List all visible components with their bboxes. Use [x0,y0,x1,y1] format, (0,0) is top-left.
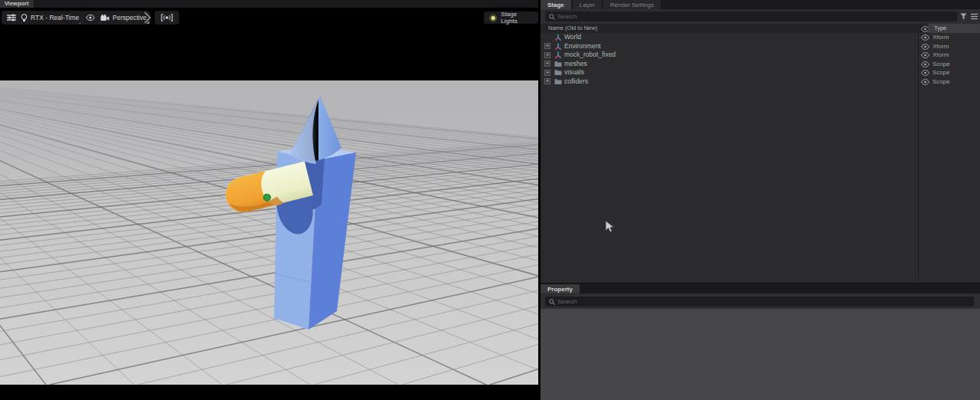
stage-tree: Name (Old to New) Type World [541,24,980,283]
app-window: Viewport [0,0,980,400]
stage-tab-bar: Stage Layer Render Settings [541,0,980,9]
prim-type: Scope [933,60,950,69]
tab-stage[interactable]: Stage [541,0,571,9]
camera-dropdown[interactable]: Perspective [96,11,150,25]
viewport-tab-bar: Viewport [0,0,538,8]
stage-search-row [541,9,980,24]
lightbulb-icon [21,14,28,22]
viewport-panel: Viewport [0,0,538,400]
search-icon [549,299,555,305]
tree-row-visuals[interactable]: + visuals Scope [541,68,980,77]
sliders-icon [7,14,16,21]
name-column-header[interactable]: Name (Old to New) [548,24,597,33]
expand-toggle[interactable]: + [544,52,550,58]
prim-type: Scope [933,77,950,87]
visibility-eye-icon[interactable] [921,70,929,77]
viewport-canvas[interactable] [0,80,538,385]
prim-name[interactable]: World [564,33,581,42]
tab-viewport[interactable]: Viewport [0,0,34,8]
prim-type: Scope [933,68,950,77]
prim-name[interactable]: meshes [564,60,587,69]
search-icon [549,14,555,20]
capture-icon [161,14,173,21]
viewport-toolbar: RTX - Real-Time Perspective [0,11,538,25]
prim-type: Xform [933,51,949,60]
property-tab-bar: Property [541,284,980,293]
toolbar-expand-chevron[interactable] [143,11,152,27]
expand-toggle[interactable]: + [544,43,550,49]
tree-rows: World Xform + Environment Xform [541,33,980,86]
eye-icon [86,15,95,21]
expand-toggle[interactable]: + [544,61,550,67]
expand-toggle[interactable]: + [544,70,550,76]
stage-lights-button[interactable]: Stage Lights [484,11,538,24]
options-menu-icon[interactable] [971,13,978,20]
visibility-eye-icon[interactable] [921,79,929,87]
mouse-cursor [605,220,616,234]
tab-layer[interactable]: Layer [573,0,602,9]
folder-icon [554,61,562,69]
renderer-dropdown[interactable]: RTX - Real-Time [17,11,83,25]
property-search-input[interactable] [545,297,974,307]
visibility-eye-icon[interactable] [921,44,929,51]
tree-row-mock-robot-fixed[interactable]: + mock_robot_fixed Xform [541,51,980,60]
renderer-label: RTX - Real-Time [31,14,79,21]
tab-render-settings[interactable]: Render Settings [603,0,661,9]
prim-name[interactable]: colliders [564,77,588,87]
property-content-empty [541,309,980,400]
stage-lights-label: Stage Lights [501,11,533,25]
type-column-header[interactable]: Type [928,24,980,33]
right-panel: Stage Layer Render Settings Name (Old to… [541,0,980,400]
prim-type: Xform [933,33,949,42]
filter-icon[interactable] [960,13,967,20]
camera-icon [100,15,109,21]
3d-scene [0,80,538,385]
folder-icon [554,69,562,77]
light-icon [489,14,497,22]
camera-label: Perspective [113,14,146,21]
tab-property[interactable]: Property [541,284,580,293]
property-search-row [541,294,980,309]
tree-header-row[interactable]: Name (Old to New) Type [541,24,980,33]
prim-name[interactable]: visuals [564,68,584,77]
expand-toggle[interactable]: + [544,78,550,84]
prim-type: Xform [933,42,949,51]
tree-row-colliders[interactable]: + colliders Scope [541,77,980,87]
capture-button[interactable] [155,11,179,25]
prim-name[interactable]: mock_robot_fixed [564,51,616,60]
tree-row-environment[interactable]: + Environment Xform [541,42,980,51]
visibility-eye-icon[interactable] [921,34,929,42]
tree-row-meshes[interactable]: + meshes Scope [541,60,980,69]
tree-row-world[interactable]: World Xform [541,33,980,42]
folder-icon [554,78,562,87]
visibility-eye-icon[interactable] [921,61,929,69]
stage-search-input[interactable] [545,11,957,21]
visibility-eye-icon[interactable] [921,52,929,60]
prim-name[interactable]: Environment [564,42,601,51]
